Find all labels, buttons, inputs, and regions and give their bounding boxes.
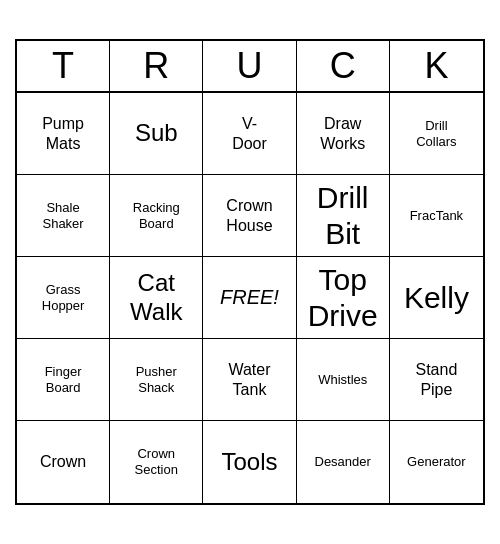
bingo-cell: Stand Pipe <box>390 339 483 421</box>
bingo-cell: Finger Board <box>17 339 110 421</box>
bingo-cell: Racking Board <box>110 175 203 257</box>
cell-text: Grass Hopper <box>42 282 85 313</box>
bingo-cell: Desander <box>297 421 390 503</box>
cell-text: Drill Collars <box>416 118 456 149</box>
bingo-cell: V- Door <box>203 93 296 175</box>
cell-text: Racking Board <box>133 200 180 231</box>
cell-text: Sub <box>135 119 178 148</box>
cell-text: Tools <box>221 448 277 477</box>
cell-text: V- Door <box>232 114 267 152</box>
header-letter: R <box>110 41 203 91</box>
bingo-cell: Pusher Shack <box>110 339 203 421</box>
bingo-cell: Crown <box>17 421 110 503</box>
bingo-grid: Pump MatsSubV- DoorDraw WorksDrill Colla… <box>17 93 483 503</box>
bingo-cell: Shale Shaker <box>17 175 110 257</box>
bingo-cell: Crown House <box>203 175 296 257</box>
header-letter: T <box>17 41 110 91</box>
cell-text: Pump Mats <box>42 114 84 152</box>
cell-text: Drill Bit <box>317 180 369 252</box>
bingo-cell: Drill Bit <box>297 175 390 257</box>
cell-text: Stand Pipe <box>415 360 457 398</box>
bingo-cell: Top Drive <box>297 257 390 339</box>
cell-text: Crown <box>40 452 86 471</box>
cell-text: Generator <box>407 454 466 470</box>
header-letter: U <box>203 41 296 91</box>
cell-text: Cat Walk <box>130 269 182 327</box>
header-letter: K <box>390 41 483 91</box>
header-letter: C <box>297 41 390 91</box>
cell-text: Water Tank <box>228 360 270 398</box>
bingo-cell: Water Tank <box>203 339 296 421</box>
bingo-cell: Crown Section <box>110 421 203 503</box>
bingo-cell: Whistles <box>297 339 390 421</box>
cell-text: FREE! <box>220 286 279 309</box>
cell-text: Whistles <box>318 372 367 388</box>
cell-text: Kelly <box>404 280 469 316</box>
cell-text: Finger Board <box>45 364 82 395</box>
bingo-cell: Draw Works <box>297 93 390 175</box>
cell-text: Desander <box>315 454 371 470</box>
bingo-cell: FracTank <box>390 175 483 257</box>
bingo-cell: Cat Walk <box>110 257 203 339</box>
cell-text: Shale Shaker <box>42 200 83 231</box>
bingo-cell: Generator <box>390 421 483 503</box>
cell-text: Crown House <box>226 196 272 234</box>
bingo-header: TRUCK <box>17 41 483 93</box>
cell-text: Draw Works <box>320 114 365 152</box>
bingo-cell: Tools <box>203 421 296 503</box>
bingo-card: TRUCK Pump MatsSubV- DoorDraw WorksDrill… <box>15 39 485 505</box>
cell-text: FracTank <box>410 208 463 224</box>
cell-text: Top Drive <box>308 262 378 334</box>
bingo-cell: Pump Mats <box>17 93 110 175</box>
cell-text: Pusher Shack <box>136 364 177 395</box>
bingo-cell: Kelly <box>390 257 483 339</box>
bingo-cell: Sub <box>110 93 203 175</box>
cell-text: Crown Section <box>135 446 178 477</box>
bingo-cell: FREE! <box>203 257 296 339</box>
bingo-cell: Grass Hopper <box>17 257 110 339</box>
bingo-cell: Drill Collars <box>390 93 483 175</box>
